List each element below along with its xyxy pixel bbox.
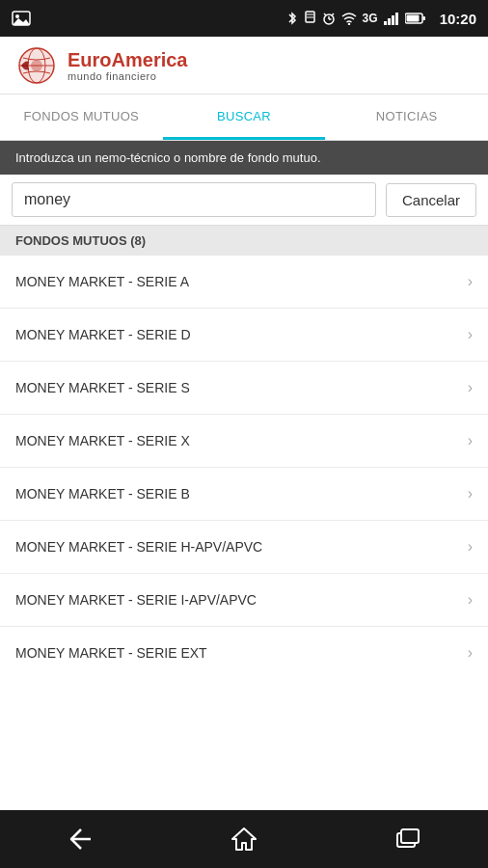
result-item[interactable]: MONEY MARKET - SERIE S › (0, 362, 488, 415)
result-item[interactable]: MONEY MARKET - SERIE B › (0, 468, 488, 521)
svg-rect-15 (395, 13, 398, 25)
svg-rect-12 (384, 21, 387, 25)
recent-apps-icon (393, 827, 420, 851)
logo-container: EuroAmerica mundo financiero (15, 44, 188, 87)
app-header: EuroAmerica mundo financiero (0, 37, 488, 95)
result-item[interactable]: MONEY MARKET - SERIE H-APV/APVC › (0, 521, 488, 574)
results-list: MONEY MARKET - SERIE A › MONEY MARKET - … (0, 256, 488, 810)
chevron-right-icon: › (468, 591, 473, 609)
chevron-right-icon: › (468, 644, 473, 662)
tab-bar: FONDOS MUTUOS BUSCAR NOTICIAS (0, 95, 488, 141)
network-label: 3G (363, 12, 378, 25)
chevron-right-icon: › (468, 326, 473, 343)
back-icon (68, 827, 95, 851)
svg-line-9 (324, 14, 326, 15)
status-bar-left-icons (12, 11, 31, 26)
tab-buscar[interactable]: BUSCAR (163, 95, 326, 140)
svg-rect-18 (422, 16, 425, 20)
svg-point-1 (15, 14, 19, 18)
result-label: MONEY MARKET - SERIE B (15, 486, 190, 502)
result-label: MONEY MARKET - SERIE D (15, 327, 191, 342)
result-item[interactable]: MONEY MARKET - SERIE EXT › (0, 627, 488, 679)
search-hint: Introduzca un nemo-técnico o nombre de f… (0, 141, 488, 175)
image-icon (12, 11, 31, 26)
search-input[interactable] (12, 182, 376, 217)
svg-marker-25 (232, 828, 256, 850)
result-label: MONEY MARKET - SERIE S (15, 380, 190, 395)
result-label: MONEY MARKET - SERIE EXT (15, 645, 207, 661)
logo-main-text: EuroAmerica (68, 49, 188, 70)
svg-point-23 (31, 60, 42, 71)
recent-apps-button[interactable] (383, 815, 431, 863)
status-icons: 3G 10:20 (286, 11, 476, 27)
svg-point-11 (347, 23, 349, 25)
search-bar-container: Cancelar (0, 175, 488, 226)
cancel-button[interactable]: Cancelar (386, 183, 476, 217)
result-label: MONEY MARKET - SERIE H-APV/APVC (15, 539, 262, 555)
result-item[interactable]: MONEY MARKET - SERIE I-APV/APVC › (0, 574, 488, 627)
back-button[interactable] (57, 815, 105, 863)
status-bar: 3G 10:20 (0, 0, 488, 37)
chevron-right-icon: › (468, 379, 473, 396)
home-icon (230, 827, 258, 852)
alarm-icon (322, 11, 336, 26)
logo-text: EuroAmerica mundo financiero (68, 49, 188, 82)
svg-rect-27 (401, 829, 419, 843)
chevron-right-icon: › (468, 273, 473, 290)
result-item[interactable]: MONEY MARKET - SERIE X › (0, 415, 488, 468)
result-label: MONEY MARKET - SERIE X (15, 433, 190, 448)
logo-icon (15, 44, 58, 87)
svg-rect-17 (406, 15, 419, 22)
battery-icon (405, 13, 426, 24)
chevron-right-icon: › (468, 485, 473, 502)
status-time: 10:20 (440, 11, 476, 27)
logo-sub-text: mundo financiero (68, 70, 188, 82)
svg-marker-2 (13, 18, 30, 25)
home-button[interactable] (220, 815, 268, 863)
pen-icon (304, 11, 316, 26)
chevron-right-icon: › (468, 432, 473, 449)
tab-fondos-mutuos[interactable]: FONDOS MUTUOS (0, 95, 163, 140)
svg-line-10 (332, 14, 334, 15)
signal-icon (384, 12, 399, 25)
result-item[interactable]: MONEY MARKET - SERIE A › (0, 256, 488, 309)
svg-rect-14 (392, 15, 394, 25)
chevron-right-icon: › (468, 538, 473, 556)
wifi-icon (341, 12, 357, 25)
result-item[interactable]: MONEY MARKET - SERIE D › (0, 309, 488, 362)
result-label: MONEY MARKET - SERIE I-APV/APVC (15, 592, 257, 608)
section-header: FONDOS MUTUOS (8) (0, 226, 488, 256)
bottom-navigation (0, 810, 488, 868)
bluetooth-icon (286, 11, 298, 26)
result-label: MONEY MARKET - SERIE A (15, 274, 189, 289)
tab-noticias[interactable]: NOTICIAS (325, 95, 488, 140)
svg-rect-13 (388, 18, 391, 25)
